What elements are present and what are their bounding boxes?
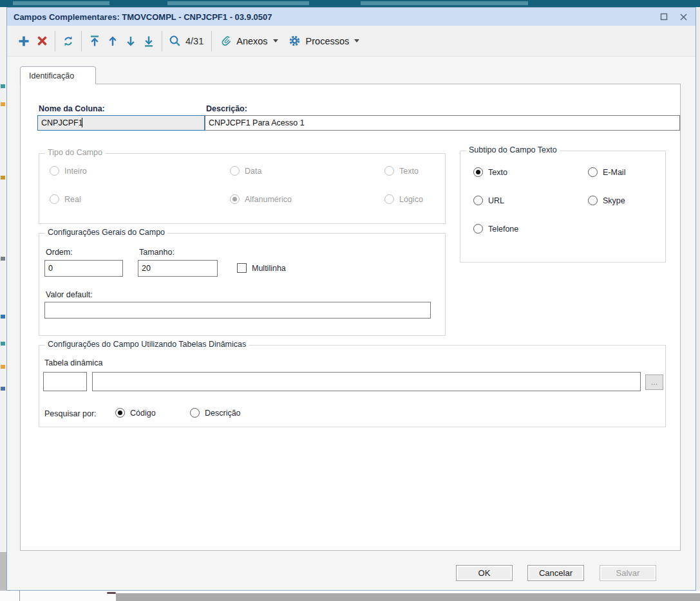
radio-circle (50, 166, 59, 176)
background-icon-fragment (1, 84, 5, 88)
dialog-client-area: Identificação Nome da Coluna: Descrição:… (7, 57, 695, 590)
nome-da-coluna-label: Nome da Coluna: (39, 104, 105, 113)
ordem-input[interactable] (44, 260, 123, 277)
background-icon-fragment (1, 387, 5, 391)
radio-label: Lógico (399, 195, 423, 204)
background-icon-fragment (1, 365, 5, 369)
tamanho-label: Tamanho: (139, 248, 175, 257)
subtipo-group-title: Subtipo do Campo Texto (466, 145, 560, 154)
radio-data: Data (230, 166, 261, 176)
background-icon-fragment (1, 257, 5, 261)
toolbar-separator (81, 31, 82, 51)
window-controls (658, 11, 689, 23)
toolbar-separator (55, 31, 55, 51)
anexos-button[interactable]: Anexos (216, 30, 283, 52)
paperclip-icon (221, 35, 231, 47)
close-icon (679, 13, 688, 21)
radio-circle-selected (230, 194, 240, 204)
multilinha-label: Multilinha (252, 264, 286, 273)
salvar-button: Salvar (600, 565, 656, 581)
background-icon-fragment (1, 342, 5, 346)
radio-codigo[interactable]: Código (115, 408, 156, 418)
radio-circle (190, 408, 200, 418)
search-button[interactable] (166, 31, 184, 51)
processos-label: Processos (306, 36, 350, 46)
tabela-descricao-input[interactable] (92, 372, 641, 391)
tabela-codigo-input[interactable] (43, 372, 87, 391)
background-divider (19, 591, 20, 601)
background-bottom-strip (0, 591, 700, 601)
dialog-titlebar[interactable]: Campos Complementares: TMOVCOMPL - CNPJC… (7, 8, 695, 26)
radio-telefone[interactable]: Telefone (473, 224, 518, 234)
tabela-browse-button[interactable]: ... (645, 374, 663, 390)
campos-complementares-dialog: Campos Complementares: TMOVCOMPL - CNPJC… (6, 7, 696, 591)
background-icon-fragment (1, 176, 5, 180)
radio-texto[interactable]: Texto (473, 167, 507, 177)
radio-label: URL (488, 196, 504, 205)
radio-circle-selected (473, 167, 483, 177)
radio-label: Inteiro (64, 167, 87, 176)
radio-label: Data (245, 167, 261, 176)
radio-label: Real (64, 195, 81, 204)
close-button[interactable] (677, 11, 689, 23)
processos-button[interactable]: Processos (283, 30, 365, 52)
anexos-label: Anexos (236, 36, 267, 46)
first-record-button[interactable] (86, 31, 104, 51)
toolbar-separator (162, 31, 162, 51)
radio-label: Telefone (488, 225, 518, 234)
valor-default-input[interactable] (44, 302, 431, 319)
radio-circle (588, 167, 598, 177)
cancelar-button[interactable]: Cancelar (527, 565, 584, 581)
pesquisar-por-label: Pesquisar por: (44, 409, 97, 418)
subtipo-campo-texto-group: Subtipo do Campo Texto Texto E-Mail URL … (460, 151, 666, 263)
delete-record-button[interactable] (33, 31, 51, 51)
identificacao-panel: Nome da Coluna: Descrição: Tipo do Campo… (20, 84, 681, 551)
radio-circle (588, 196, 598, 205)
nome-da-coluna-input[interactable] (37, 115, 205, 131)
chevron-down-icon (354, 39, 359, 42)
magnifier-icon (169, 35, 182, 48)
refresh-icon (62, 35, 75, 48)
valor-default-label: Valor default: (46, 290, 93, 299)
ordem-label: Ordem: (46, 248, 73, 257)
tipo-do-campo-group: Tipo do Campo Inteiro Data Texto Real Al… (39, 153, 446, 224)
last-record-button[interactable] (140, 31, 158, 51)
radio-label: Skype (603, 196, 625, 205)
tabelas-dinamicas-title: Configurações do Campo Utilizando Tabela… (45, 340, 249, 349)
next-record-button[interactable] (122, 31, 140, 51)
tab-label: Identificação (29, 71, 74, 80)
radio-label: E-Mail (603, 168, 625, 177)
refresh-button[interactable] (59, 31, 77, 51)
radio-email[interactable]: E-Mail (588, 167, 625, 177)
radio-label: Texto (399, 167, 419, 176)
ok-button[interactable]: OK (456, 565, 513, 581)
background-right-strip (696, 7, 700, 591)
radio-circle (50, 194, 59, 204)
radio-url[interactable]: URL (473, 196, 504, 205)
tamanho-input[interactable] (138, 260, 218, 277)
add-record-button[interactable] (15, 31, 33, 51)
record-counter: 4/31 (185, 36, 203, 46)
radio-circle (473, 224, 483, 234)
radio-alfanumerico: Alfanumérico (230, 194, 292, 204)
descricao-input[interactable] (205, 115, 680, 131)
tabelas-dinamicas-group: Configurações do Campo Utilizando Tabela… (39, 345, 666, 427)
background-text-fragment (13, 1, 109, 5)
radio-inteiro: Inteiro (50, 166, 87, 176)
previous-record-button[interactable] (104, 31, 122, 51)
background-gray-bar (116, 593, 700, 601)
x-icon (37, 35, 48, 46)
radio-real: Real (50, 194, 81, 204)
radio-circle (384, 194, 394, 204)
tab-identificacao[interactable]: Identificação (20, 66, 96, 84)
radio-skype[interactable]: Skype (588, 196, 625, 205)
radio-label: Descrição (205, 409, 241, 418)
maximize-button[interactable] (658, 11, 670, 23)
multilinha-option[interactable]: Multilinha (237, 263, 286, 273)
arrow-down-icon (124, 35, 137, 48)
arrow-up-icon (106, 35, 119, 48)
radio-circle (230, 166, 240, 176)
gear-icon (289, 35, 301, 47)
radio-descricao[interactable]: Descrição (190, 408, 241, 418)
multilinha-checkbox[interactable] (237, 263, 247, 273)
